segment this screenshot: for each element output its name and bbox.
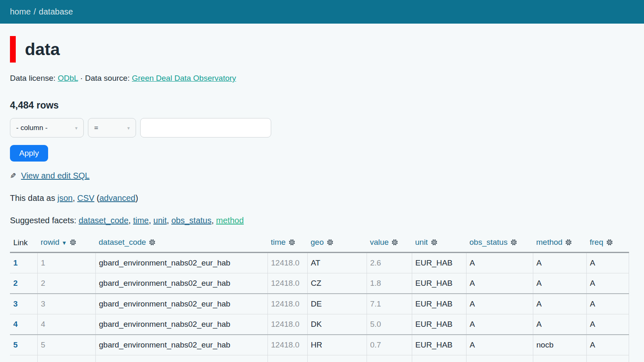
facet-link-time[interactable]: time	[133, 216, 149, 225]
row-link[interactable]: 5	[13, 340, 18, 349]
row-link[interactable]: 4	[13, 320, 18, 328]
sql-line: ✎ View and edit SQL	[10, 170, 634, 181]
cell-dataset_code: gbard_environment_nabs02_eur_hab	[95, 355, 267, 362]
export-prefix: This data as	[10, 193, 58, 203]
facet-link-dataset_code[interactable]: dataset_code	[79, 216, 129, 225]
cell-freq: A	[586, 355, 629, 362]
column-header-link-unit[interactable]: unit	[415, 238, 428, 246]
column-header-link-freq[interactable]: freq	[590, 238, 603, 246]
meta-dot: ·	[80, 74, 83, 82]
cell-dataset_code: gbard_environment_nabs02_eur_hab	[95, 294, 267, 314]
cell-rowid: 5	[37, 335, 95, 355]
column-header-link-rowid[interactable]: rowid	[41, 238, 59, 246]
cell-unit: EUR_HAB	[412, 273, 466, 294]
column-cog-icon[interactable]	[391, 239, 398, 248]
column-header-link-geo[interactable]: geo	[311, 238, 324, 246]
table-row: 66gbard_environment_nabs02_eur_hab12418.…	[10, 355, 629, 362]
export-paren-open: (	[94, 193, 99, 203]
column-select-value: - column -	[16, 124, 48, 132]
export-csv-link[interactable]: CSV	[77, 193, 94, 203]
table-row: 22gbard_environment_nabs02_eur_hab12418.…	[10, 273, 629, 294]
column-cog-icon[interactable]	[431, 239, 437, 248]
view-edit-sql-link[interactable]: View and edit SQL	[21, 171, 90, 180]
cell-unit: EUR_HAB	[412, 335, 466, 355]
column-header-link-value[interactable]: value	[370, 238, 389, 246]
column-header-link-time[interactable]: time	[271, 238, 286, 246]
cell-rowid: 1	[37, 253, 95, 273]
column-cog-icon[interactable]	[149, 239, 156, 248]
page-title: data	[10, 36, 634, 63]
main-content: data Data license: ODbL · Data source: G…	[0, 36, 644, 362]
cell-time: 12418.0	[267, 253, 307, 273]
chevron-down-icon: ▼	[126, 125, 131, 130]
export-json-link[interactable]: json	[58, 193, 73, 203]
export-separator: ,	[73, 193, 77, 203]
cell-unit: EUR_HAB	[412, 253, 466, 273]
column-cog-icon[interactable]	[565, 239, 572, 248]
cell-obs_status: A	[466, 253, 533, 273]
breadcrumb-home[interactable]: home	[10, 7, 31, 17]
cell-link: 2	[10, 273, 37, 294]
column-cog-icon[interactable]	[606, 239, 613, 248]
cell-link: 6	[10, 355, 37, 362]
operator-select[interactable]: = ▼	[88, 118, 136, 138]
cell-dataset_code: gbard_environment_nabs02_eur_hab	[95, 335, 267, 355]
cell-dataset_code: gbard_environment_nabs02_eur_hab	[95, 253, 267, 273]
cell-method: A	[533, 314, 586, 335]
cell-method: A	[533, 294, 586, 314]
column-cog-icon[interactable]	[510, 239, 517, 248]
export-advanced-link[interactable]: advanced	[100, 193, 136, 203]
cell-time: 12418.0	[267, 355, 307, 362]
column-select[interactable]: - column - ▼	[10, 118, 84, 138]
cell-value: 1.8	[367, 273, 412, 294]
cell-obs_status: A	[466, 355, 533, 362]
metadata-line: Data license: ODbL · Data source: Green …	[10, 73, 634, 83]
cell-method: A	[533, 253, 586, 273]
column-header-link-obs_status[interactable]: obs_status	[469, 238, 508, 246]
cell-obs_status: A	[466, 294, 533, 314]
cell-geo: CZ	[307, 273, 367, 294]
column-header-link-dataset_code[interactable]: dataset_code	[99, 238, 146, 246]
column-cog-icon[interactable]	[327, 239, 333, 248]
table-row: 44gbard_environment_nabs02_eur_hab12418.…	[10, 314, 629, 335]
cell-method: A	[533, 273, 586, 294]
source-link[interactable]: Green Deal Data Observatory	[132, 74, 236, 82]
cell-time: 12418.0	[267, 294, 307, 314]
row-link[interactable]: 3	[13, 299, 18, 308]
table-row: 11gbard_environment_nabs02_eur_hab12418.…	[10, 253, 629, 273]
cell-method: nocb	[533, 335, 586, 355]
cell-freq: A	[586, 273, 629, 294]
filter-bar: - column - ▼ = ▼	[10, 118, 634, 138]
cell-rowid: 4	[37, 314, 95, 335]
cell-freq: A	[586, 314, 629, 335]
column-header-unit: unit	[412, 236, 466, 253]
table-row: 33gbard_environment_nabs02_eur_hab12418.…	[10, 294, 629, 314]
top-nav: home / database	[0, 0, 644, 24]
filter-value-input[interactable]	[140, 118, 271, 138]
row-link[interactable]: 2	[13, 279, 18, 287]
license-label: Data license:	[10, 74, 56, 82]
facet-link-obs_status[interactable]: obs_status	[171, 216, 211, 225]
facet-link-unit[interactable]: unit	[153, 216, 167, 225]
column-cog-icon[interactable]	[289, 239, 295, 248]
cell-dataset_code: gbard_environment_nabs02_eur_hab	[95, 314, 267, 335]
table-row: 55gbard_environment_nabs02_eur_hab12418.…	[10, 335, 629, 355]
apply-button[interactable]: Apply	[10, 145, 48, 162]
cell-geo: DE	[307, 294, 367, 314]
column-header-freq: freq	[586, 236, 629, 253]
license-link[interactable]: ODbL	[58, 74, 78, 82]
column-cog-icon[interactable]	[70, 239, 76, 248]
breadcrumb-database[interactable]: database	[39, 7, 73, 17]
sort-desc-icon: ▼	[61, 240, 67, 246]
results-table: Linkrowid▼ dataset_code time geo value u…	[10, 236, 629, 362]
row-link[interactable]: 1	[13, 258, 18, 267]
cell-unit: EUR_HAB	[412, 314, 466, 335]
cell-freq: A	[586, 294, 629, 314]
facet-link-method[interactable]: method	[216, 216, 244, 225]
cell-freq: A	[586, 335, 629, 355]
cell-time: 12418.0	[267, 314, 307, 335]
cell-dataset_code: gbard_environment_nabs02_eur_hab	[95, 273, 267, 294]
cell-geo: AT	[307, 253, 367, 273]
cell-geo: NL	[307, 355, 367, 362]
column-header-link-method[interactable]: method	[536, 238, 562, 246]
